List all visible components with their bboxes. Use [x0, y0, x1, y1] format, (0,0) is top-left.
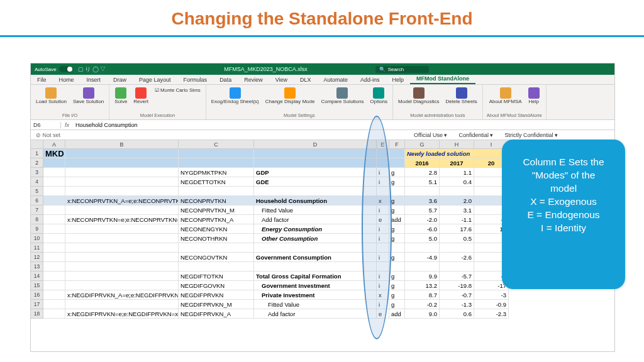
col-header[interactable]: E: [377, 140, 389, 149]
cell[interactable]: [43, 177, 65, 187]
cell[interactable]: [43, 206, 65, 215]
col-header[interactable]: C: [179, 140, 254, 149]
cell[interactable]: [179, 243, 254, 253]
ribbon-button[interactable]: About MFMSA: [488, 86, 523, 106]
cell[interactable]: 13.2: [405, 281, 440, 290]
row-header[interactable]: 2: [31, 158, 43, 168]
row-header[interactable]: 15: [31, 281, 43, 290]
cell[interactable]: [179, 149, 254, 158]
cell[interactable]: g: [389, 300, 405, 309]
cell[interactable]: [43, 262, 65, 272]
row-header[interactable]: 18: [31, 309, 43, 319]
row-header[interactable]: 8: [31, 215, 43, 224]
tab-file[interactable]: File: [31, 75, 53, 84]
cell[interactable]: [405, 262, 440, 272]
cell[interactable]: -2.6: [440, 253, 474, 262]
cell[interactable]: Government Consumption: [254, 253, 377, 262]
cell[interactable]: x:NEGDIFPRVKN_A=e;e:NEGDIFPRVKN_A=x: [65, 290, 179, 300]
cell[interactable]: [389, 262, 405, 272]
cell[interactable]: [377, 187, 389, 196]
cell[interactable]: NEGDIFPRVKN_M: [179, 300, 254, 309]
cell[interactable]: Energy Consumption: [254, 224, 377, 234]
row-header[interactable]: 11: [31, 243, 43, 253]
cell[interactable]: g: [389, 272, 405, 281]
col-header[interactable]: D: [254, 140, 377, 149]
cell[interactable]: [65, 168, 179, 177]
cell[interactable]: -19.8: [440, 281, 474, 290]
cell[interactable]: [254, 243, 377, 253]
cell[interactable]: -4.9: [405, 253, 440, 262]
cell[interactable]: [405, 187, 440, 196]
cell[interactable]: [179, 262, 254, 272]
cell[interactable]: 2016: [405, 158, 440, 168]
cell[interactable]: GDP: [254, 168, 377, 177]
cell[interactable]: [179, 187, 254, 196]
ribbon-button[interactable]: Help: [527, 86, 541, 106]
col-header[interactable]: F: [389, 140, 405, 149]
cell[interactable]: g: [389, 206, 405, 215]
row-header[interactable]: 4: [31, 177, 43, 187]
cell[interactable]: Add factor: [254, 215, 377, 224]
cell[interactable]: g: [389, 290, 405, 300]
cell[interactable]: NECONGOVTKN: [179, 253, 254, 262]
cell[interactable]: Fitted Value: [254, 300, 377, 309]
tab-mfmod-standalone[interactable]: MFMod StandAlone: [410, 74, 475, 84]
cell[interactable]: 9.0: [405, 309, 440, 319]
cell[interactable]: [43, 281, 65, 290]
cell[interactable]: NECONPRVTKN: [179, 196, 254, 206]
ribbon-button[interactable]: Exog/Endog Sheet(s): [210, 86, 260, 106]
cell[interactable]: x:NECONPRVTKN=e;e:NECONPRVTKN=x: [65, 215, 179, 224]
cell[interactable]: [43, 309, 65, 319]
cell[interactable]: e: [377, 309, 389, 319]
cell[interactable]: Household Consumption: [254, 196, 377, 206]
cell[interactable]: 3.1: [440, 206, 474, 215]
cell[interactable]: -1.1: [440, 215, 474, 224]
cell[interactable]: MKD: [43, 149, 65, 158]
cell[interactable]: 1.1: [440, 168, 474, 177]
row-header[interactable]: 14: [31, 272, 43, 281]
cell[interactable]: [440, 187, 474, 196]
tab-automate[interactable]: Automate: [318, 75, 355, 84]
ribbon-button[interactable]: Save Solution: [72, 86, 105, 106]
cell[interactable]: 0.6: [440, 309, 474, 319]
ribbon-button[interactable]: Change Display Mode: [264, 86, 316, 106]
ribbon-button[interactable]: Delete Sheets: [444, 86, 478, 106]
cell[interactable]: [254, 262, 377, 272]
cell[interactable]: [43, 224, 65, 234]
cell[interactable]: g: [389, 224, 405, 234]
name-box[interactable]: D6: [31, 122, 61, 128]
row-header[interactable]: 7: [31, 206, 43, 215]
cell[interactable]: NECONPRVTKN_A: [179, 215, 254, 224]
ribbon-checkbox[interactable]: ☑ Monte Carlo Sims: [153, 86, 202, 94]
ribbon-button[interactable]: Revert: [132, 86, 150, 106]
cell[interactable]: -2.0: [405, 215, 440, 224]
cell[interactable]: 5.1: [405, 177, 440, 187]
cell[interactable]: [65, 262, 179, 272]
cell[interactable]: [377, 158, 389, 168]
cell[interactable]: Total Gross Capital Formation: [254, 272, 377, 281]
cell[interactable]: Private Investment: [254, 290, 377, 300]
cell[interactable]: x:NEGDIFPRVKN=e;e:NEGDIFPRVKN=x: [65, 309, 179, 319]
cell[interactable]: [179, 158, 254, 168]
cell[interactable]: 9.9: [405, 272, 440, 281]
tab-home[interactable]: Home: [53, 75, 80, 84]
row-header[interactable]: 10: [31, 234, 43, 243]
formula-value[interactable]: Household Consumption: [73, 122, 140, 128]
cell[interactable]: [65, 243, 179, 253]
cell[interactable]: g: [389, 196, 405, 206]
cell[interactable]: [65, 177, 179, 187]
cell[interactable]: NEGDIFPRVKN_A: [179, 309, 254, 319]
cell[interactable]: [65, 224, 179, 234]
sensitivity-option[interactable]: Confidential ▾: [458, 132, 493, 138]
row-header[interactable]: 9: [31, 224, 43, 234]
cell[interactable]: 17.6: [440, 224, 474, 234]
cell[interactable]: [389, 149, 405, 158]
cell[interactable]: i: [377, 272, 389, 281]
cell[interactable]: [65, 272, 179, 281]
row-header[interactable]: 1: [31, 149, 43, 158]
cell[interactable]: 2.8: [405, 168, 440, 177]
cell[interactable]: -1.3: [440, 300, 474, 309]
cell[interactable]: [377, 243, 389, 253]
cell[interactable]: [377, 149, 389, 158]
cell[interactable]: Government Investment: [254, 281, 377, 290]
